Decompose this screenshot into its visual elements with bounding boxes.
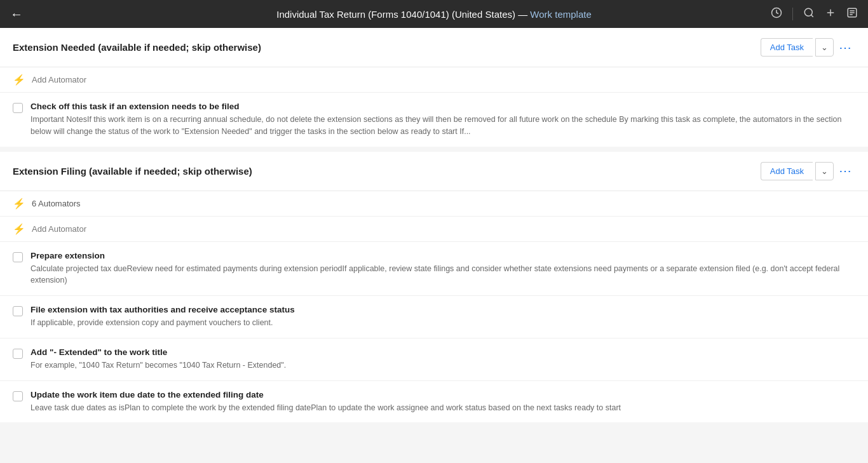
task-content-1: Check off this task if an extension need… — [31, 102, 855, 138]
task-row-prepare-extension: Prepare extension Calculate projected ta… — [0, 242, 868, 297]
more-options-button-2[interactable]: ⋯ — [836, 163, 855, 178]
section-actions-extension-filing: Add Task ⌄ ⋯ — [761, 162, 855, 180]
automator-row-3: ⚡ Add Automator — [0, 217, 868, 242]
task-content-file-extension: File extension with tax authorities and … — [31, 305, 855, 329]
section-title-extension-filing: Extension Filing (available if needed; s… — [13, 166, 252, 177]
task-title-prepare-extension: Prepare extension — [31, 251, 855, 260]
task-title-1: Check off this task if an extension need… — [31, 102, 855, 111]
back-button[interactable]: ← — [10, 7, 23, 22]
section-title-extension-needed: Extension Needed (available if needed; s… — [13, 42, 261, 53]
task-row-extension-needed-1: Check off this task if an extension need… — [0, 93, 868, 147]
search-icon[interactable] — [803, 7, 815, 22]
task-checkbox-file-extension[interactable] — [13, 306, 23, 316]
task-row-update-due-date: Update the work item due date to the ext… — [0, 381, 868, 423]
task-title-add-extended: Add "- Extended" to the work title — [31, 347, 855, 357]
lightning-icon-1: ⚡ — [13, 74, 25, 86]
task-desc-update-due-date: Leave task due dates as isPlan to comple… — [31, 402, 855, 414]
task-desc-1: Important NotesIf this work item is on a… — [31, 114, 855, 138]
topbar-icons — [771, 7, 858, 22]
lightning-icon-3: ⚡ — [13, 223, 25, 235]
task-desc-add-extended: For example, "1040 Tax Return" becomes "… — [31, 359, 855, 372]
task-row-file-extension: File extension with tax authorities and … — [0, 296, 868, 339]
main-content: Extension Needed (available if needed; s… — [0, 28, 868, 463]
task-content-prepare-extension: Prepare extension Calculate projected ta… — [31, 251, 855, 287]
automator-count: 6 Automators — [32, 199, 81, 208]
automator-row-1: ⚡ Add Automator — [0, 67, 868, 93]
title-separator: — — [518, 9, 530, 20]
lightning-icon-2: ⚡ — [13, 198, 25, 210]
task-row-add-extended: Add "- Extended" to the work title For e… — [0, 339, 868, 381]
task-desc-prepare-extension: Calculate projected tax dueReview need f… — [31, 263, 855, 287]
add-task-dropdown-1[interactable]: ⌄ — [815, 38, 834, 57]
plus-icon[interactable] — [825, 7, 836, 22]
add-automator-link-2[interactable]: Add Automator — [32, 224, 86, 234]
page-title: Individual Tax Return (Forms 1040/1041) … — [276, 9, 592, 20]
add-task-button-1[interactable]: Add Task — [761, 38, 813, 57]
add-task-dropdown-2[interactable]: ⌄ — [815, 162, 834, 180]
clock-icon[interactable] — [771, 7, 782, 22]
task-checkbox-add-extended[interactable] — [13, 349, 23, 359]
task-title-file-extension: File extension with tax authorities and … — [31, 305, 855, 314]
section-header-extension-filing: Extension Filing (available if needed; s… — [0, 152, 868, 191]
task-desc-file-extension: If applicable, provide extension copy an… — [31, 317, 855, 329]
task-checkbox-1[interactable] — [13, 103, 23, 113]
svg-line-2 — [811, 15, 813, 17]
task-checkbox-prepare-extension[interactable] — [13, 252, 23, 262]
section-extension-filing: Extension Filing (available if needed; s… — [0, 152, 868, 423]
title-text: Individual Tax Return (Forms 1040/1041) … — [276, 9, 515, 20]
topbar: ← Individual Tax Return (Forms 1040/1041… — [0, 0, 868, 28]
work-template-label: Work template — [530, 9, 591, 20]
add-automator-link-1[interactable]: Add Automator — [32, 75, 86, 84]
section-extension-needed: Extension Needed (available if needed; s… — [0, 28, 868, 147]
task-checkbox-update-due-date[interactable] — [13, 391, 23, 401]
add-task-button-2[interactable]: Add Task — [761, 162, 813, 180]
section-header-extension-needed: Extension Needed (available if needed; s… — [0, 28, 868, 67]
task-content-add-extended: Add "- Extended" to the work title For e… — [31, 347, 855, 372]
task-content-update-due-date: Update the work item due date to the ext… — [31, 390, 855, 414]
document-icon[interactable] — [846, 7, 858, 22]
automator-row-2: ⚡ 6 Automators — [0, 191, 868, 217]
divider — [792, 8, 793, 20]
task-title-update-due-date: Update the work item due date to the ext… — [31, 390, 855, 399]
svg-point-1 — [804, 8, 812, 16]
section-actions-extension-needed: Add Task ⌄ ⋯ — [761, 38, 855, 57]
more-options-button-1[interactable]: ⋯ — [836, 40, 855, 55]
